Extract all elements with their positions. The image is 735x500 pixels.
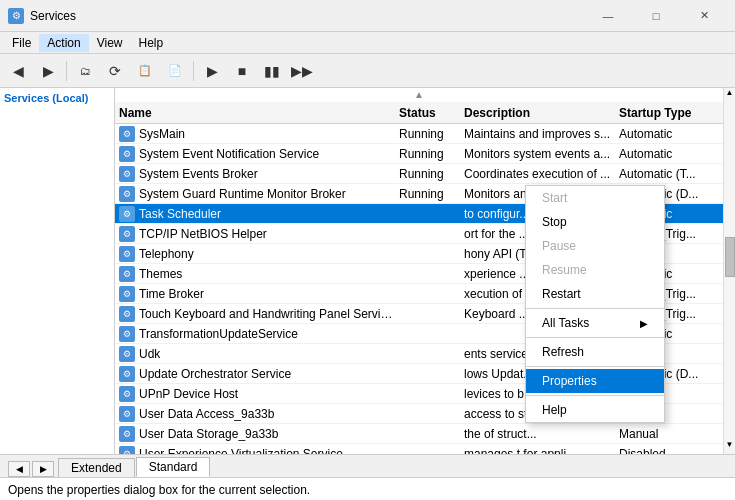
row-desc: Maintains and improves s... [460, 127, 615, 141]
forward-button[interactable]: ▶ [34, 58, 62, 84]
main-area: Services (Local) ▲ Name Status Descripti… [0, 88, 735, 454]
context-menu-item-resume: Resume [526, 258, 664, 282]
menu-help[interactable]: Help [131, 34, 172, 52]
table-row[interactable]: ⚙ User Experience Virtualization Service… [115, 444, 723, 454]
row-name: Task Scheduler [137, 207, 395, 221]
row-icon: ⚙ [119, 306, 135, 322]
ctx-label: Properties [542, 374, 597, 388]
row-name: Touch Keyboard and Handwriting Panel Ser… [137, 307, 395, 321]
row-name: TransformationUpdateService [137, 327, 395, 341]
header-status[interactable]: Status [395, 106, 460, 120]
tab-standard[interactable]: Standard [136, 457, 211, 477]
back-button[interactable]: ◀ [4, 58, 32, 84]
context-menu-item-all-tasks[interactable]: All Tasks▶ [526, 311, 664, 335]
tab-right-button[interactable]: ▶ [32, 461, 54, 477]
row-name: System Events Broker [137, 167, 395, 181]
row-icon: ⚙ [119, 366, 135, 382]
toolbar-separator-1 [66, 61, 67, 81]
minimize-button[interactable]: — [585, 2, 631, 30]
maximize-button[interactable]: □ [633, 2, 679, 30]
row-status: Running [395, 167, 460, 181]
row-status: Running [395, 147, 460, 161]
context-menu-item-restart[interactable]: Restart [526, 282, 664, 306]
context-menu: StartStopPauseResumeRestartAll Tasks▶Ref… [525, 185, 665, 423]
sidebar: Services (Local) [0, 88, 115, 454]
ctx-label: Start [542, 191, 567, 205]
title-bar: ⚙ Services — □ ✕ [0, 0, 735, 32]
row-icon: ⚙ [119, 126, 135, 142]
row-icon: ⚙ [119, 406, 135, 422]
menu-view[interactable]: View [89, 34, 131, 52]
context-menu-item-start: Start [526, 186, 664, 210]
scroll-track[interactable] [724, 102, 736, 440]
show-hide-button[interactable]: 🗂 [71, 58, 99, 84]
header-description[interactable]: Description [460, 106, 615, 120]
row-icon: ⚙ [119, 446, 135, 455]
stop-button[interactable]: ■ [228, 58, 256, 84]
status-bar: Opens the properties dialog box for the … [0, 477, 735, 500]
row-icon: ⚙ [119, 166, 135, 182]
table-area: ▲ Name Status Description Startup Type ⚙… [115, 88, 723, 454]
row-name: System Event Notification Service [137, 147, 395, 161]
menu-file[interactable]: File [4, 34, 39, 52]
row-name: SysMain [137, 127, 395, 141]
vertical-scrollbar[interactable]: ▲ ▼ [723, 88, 735, 454]
row-name: Telephony [137, 247, 395, 261]
table-row[interactable]: ⚙ SysMain Running Maintains and improves… [115, 124, 723, 144]
context-menu-item-pause: Pause [526, 234, 664, 258]
row-icon: ⚙ [119, 266, 135, 282]
tab-extended[interactable]: Extended [58, 458, 135, 477]
row-icon: ⚙ [119, 186, 135, 202]
row-status: Running [395, 127, 460, 141]
ctx-label: Help [542, 403, 567, 417]
row-icon: ⚙ [119, 346, 135, 362]
row-name: User Data Access_9a33b [137, 407, 395, 421]
context-menu-item-refresh[interactable]: Refresh [526, 340, 664, 364]
context-menu-item-stop[interactable]: Stop [526, 210, 664, 234]
table-row[interactable]: ⚙ System Events Broker Running Coordinat… [115, 164, 723, 184]
row-name: Time Broker [137, 287, 395, 301]
export-button[interactable]: 📋 [131, 58, 159, 84]
row-startup: Automatic [615, 127, 723, 141]
header-startup[interactable]: Startup Type [615, 106, 723, 120]
window-title: Services [30, 9, 585, 23]
pause-button[interactable]: ▮▮ [258, 58, 286, 84]
table-row[interactable]: ⚙ User Data Storage_9a33b the of struct.… [115, 424, 723, 444]
row-name: TCP/IP NetBIOS Helper [137, 227, 395, 241]
ctx-label: Refresh [542, 345, 584, 359]
menu-action[interactable]: Action [39, 34, 88, 52]
resume-button[interactable]: ▶▶ [288, 58, 316, 84]
row-name: User Experience Virtualization Service [137, 447, 395, 455]
row-icon: ⚙ [119, 286, 135, 302]
ctx-label: All Tasks [542, 316, 589, 330]
scroll-down-button[interactable]: ▼ [724, 440, 736, 454]
header-name[interactable]: Name [115, 106, 395, 120]
table-row[interactable]: ⚙ System Event Notification Service Runn… [115, 144, 723, 164]
row-startup: Disabled [615, 447, 723, 455]
row-icon: ⚙ [119, 206, 135, 222]
context-menu-item-properties[interactable]: Properties [526, 369, 664, 393]
tab-left-button[interactable]: ◀ [8, 461, 30, 477]
sidebar-title: Services (Local) [4, 92, 110, 104]
context-menu-separator [526, 395, 664, 396]
tab-bar: ◀ ▶ Extended Standard [0, 455, 735, 477]
menu-bar: File Action View Help [0, 32, 735, 54]
row-startup: Automatic [615, 147, 723, 161]
close-button[interactable]: ✕ [681, 2, 727, 30]
play-button[interactable]: ▶ [198, 58, 226, 84]
context-menu-item-help[interactable]: Help [526, 398, 664, 422]
scroll-thumb[interactable] [725, 237, 735, 277]
window-controls: — □ ✕ [585, 2, 727, 30]
refresh-button[interactable]: ⟳ [101, 58, 129, 84]
toolbar: ◀ ▶ 🗂 ⟳ 📋 📄 ▶ ■ ▮▮ ▶▶ [0, 54, 735, 88]
ctx-label: Restart [542, 287, 581, 301]
row-desc: manages t for appli... [460, 447, 615, 455]
context-menu-separator [526, 308, 664, 309]
row-startup: Automatic (T... [615, 167, 723, 181]
bottom-area: ◀ ▶ Extended Standard Opens the properti… [0, 454, 735, 500]
row-desc: Coordinates execution of ... [460, 167, 615, 181]
scroll-up-button[interactable]: ▲ [724, 88, 736, 102]
submenu-arrow: ▶ [640, 318, 648, 329]
help-button[interactable]: 📄 [161, 58, 189, 84]
row-name: System Guard Runtime Monitor Broker [137, 187, 395, 201]
